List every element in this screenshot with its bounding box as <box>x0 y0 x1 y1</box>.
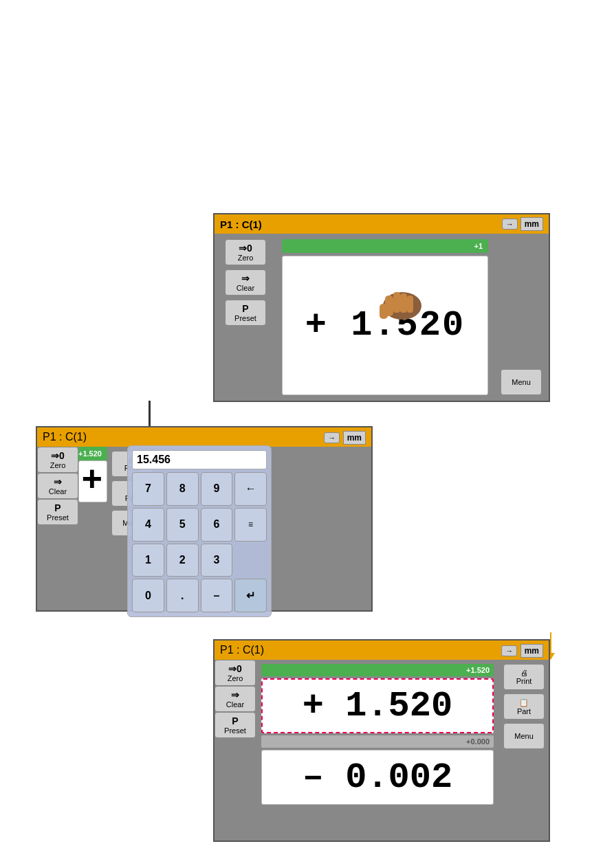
bot-clear-icon: ⇒ <box>231 689 239 700</box>
bot-green-bar-value: +1.520 <box>466 666 490 674</box>
bot-display-top: + 1.520 <box>261 678 494 733</box>
mid-display: + <box>78 460 107 502</box>
np-0[interactable]: 0 <box>132 579 164 612</box>
np-enter[interactable]: ↵ <box>234 579 267 612</box>
svg-rect-4 <box>407 296 413 313</box>
bot-preset-icon: P <box>232 715 238 726</box>
bot-dro-body: ⇒0 Zero ⇒ Clear P Preset +1.520 + 1.520 … <box>215 660 549 841</box>
bot-gray-bar: +0.000 <box>261 735 494 748</box>
np-blank <box>234 544 267 577</box>
bot-dro-left-col: ⇒0 Zero ⇒ Clear P Preset <box>215 660 256 841</box>
bot-dro-title: P1 : C(1) <box>220 644 264 656</box>
top-preset-label: Preset <box>234 314 256 322</box>
bot-zero-btn[interactable]: ⇒0 Zero <box>215 660 256 686</box>
top-green-bar: +1 <box>282 239 488 253</box>
bot-dro-arrow-btn[interactable]: → <box>501 645 517 656</box>
bot-zero-label: Zero <box>228 674 243 682</box>
yellow-arrow-line <box>550 632 551 653</box>
hand-pointer <box>364 275 423 333</box>
bot-dro-right-col: 🖨 Print 📋 Part Menu <box>499 660 549 841</box>
mid-preset-btn[interactable]: P Preset <box>37 499 78 525</box>
bot-menu-btn[interactable]: Menu <box>503 723 545 749</box>
top-clear-btn[interactable]: ⇒ Clear <box>225 269 266 296</box>
top-clear-label: Clear <box>237 284 254 292</box>
np-9[interactable]: 9 <box>201 472 233 506</box>
top-zero-icon: ⇒0 <box>239 243 252 254</box>
np-6[interactable]: 6 <box>201 508 233 542</box>
numpad: 15.456 7 8 9 ← 4 5 6 ≡ 1 2 3 0 . – ↵ <box>127 445 272 617</box>
bot-clear-label: Clear <box>226 700 244 709</box>
bot-print-btn[interactable]: 🖨 Print <box>503 664 545 690</box>
np-3[interactable]: 3 <box>201 544 233 577</box>
bot-print-label: Print <box>516 677 532 685</box>
mid-green-bar: +1.520 <box>78 447 107 460</box>
bot-part-icon: 📋 <box>519 698 529 707</box>
bot-menu-label: Menu <box>514 732 534 740</box>
np-grid[interactable]: ≡ <box>234 508 267 542</box>
mid-dro-left-col: ⇒0 Zero ⇒ Clear P Preset <box>37 447 78 610</box>
svg-rect-3 <box>400 293 407 313</box>
mid-zero-label: Zero <box>50 461 66 469</box>
bot-preset-label: Preset <box>224 726 246 735</box>
np-1[interactable]: 1 <box>132 544 164 577</box>
bot-dro: P1 : C(1) → mm ⇒0 Zero ⇒ Clear P Preset … <box>213 639 550 842</box>
svg-rect-2 <box>393 292 400 313</box>
np-minus[interactable]: – <box>201 579 233 612</box>
np-5[interactable]: 5 <box>166 508 199 542</box>
bot-part-btn[interactable]: 📋 Part <box>503 693 545 720</box>
numpad-display: 15.456 <box>132 450 267 469</box>
mid-dro-unit: mm <box>343 431 366 445</box>
top-menu-label: Menu <box>512 378 531 386</box>
bot-display-bot: – 0.002 <box>261 750 494 805</box>
bot-dro-main: +1.520 + 1.520 +0.000 – 0.002 <box>256 660 499 841</box>
bot-print-icon: 🖨 <box>520 669 528 677</box>
mid-clear-icon: ⇒ <box>54 476 62 487</box>
mid-preset-label: Preset <box>47 513 69 522</box>
top-green-bar-value: +1 <box>474 242 483 250</box>
mid-dro-title: P1 : C(1) <box>43 431 87 443</box>
top-dro-unit: mm <box>520 217 543 231</box>
np-2[interactable]: 2 <box>166 544 199 577</box>
mid-clear-btn[interactable]: ⇒ Clear <box>37 473 78 499</box>
np-8[interactable]: 8 <box>166 472 199 506</box>
mid-zero-icon: ⇒0 <box>51 450 65 461</box>
top-preset-icon: P <box>242 303 248 314</box>
np-dot[interactable]: . <box>166 579 199 612</box>
top-dro-arrow-btn[interactable]: → <box>502 219 518 230</box>
mid-preset-icon: P <box>54 502 61 513</box>
bot-dro-right-btns: → mm <box>501 644 543 656</box>
top-preset-btn[interactable]: P Preset <box>225 300 266 326</box>
mid-dro-main: +1.520 + <box>78 447 107 610</box>
bot-part-label: Part <box>517 707 531 715</box>
mid-clear-label: Clear <box>49 487 67 496</box>
bot-preset-btn[interactable]: P Preset <box>215 712 256 738</box>
top-zero-label: Zero <box>238 254 254 262</box>
mid-dro-titlebar: P1 : C(1) → mm <box>37 427 371 447</box>
mid-green-bar-value: +1.520 <box>78 449 102 458</box>
top-dro-titlebar: P1 : C(1) → mm <box>215 214 549 234</box>
mid-zero-btn[interactable]: ⇒0 Zero <box>37 447 78 473</box>
bot-green-bar: +1.520 <box>261 664 494 676</box>
bot-zero-icon: ⇒0 <box>228 663 242 674</box>
svg-rect-5 <box>380 304 388 319</box>
mid-dro-arrow-btn[interactable]: → <box>324 432 340 443</box>
top-dro-left-col: ⇒0 Zero ⇒ Clear P Preset <box>215 234 276 401</box>
bot-gray-bar-value: +0.000 <box>466 737 490 746</box>
mid-dro-right-btns: → mm <box>324 431 366 443</box>
np-4[interactable]: 4 <box>132 508 164 542</box>
top-dro-right-btns: → mm <box>502 217 543 231</box>
top-zero-btn[interactable]: ⇒0 Zero <box>225 239 266 265</box>
top-dro-title: P1 : C(1) <box>220 219 262 230</box>
top-clear-icon: ⇒ <box>241 273 250 284</box>
bot-dro-unit: mm <box>520 644 543 658</box>
np-7[interactable]: 7 <box>132 472 164 506</box>
top-dro-right-col: Menu <box>494 234 549 401</box>
bot-clear-btn[interactable]: ⇒ Clear <box>215 686 256 712</box>
top-menu-btn[interactable]: Menu <box>501 369 542 395</box>
bot-dro-titlebar: P1 : C(1) → mm <box>215 641 549 660</box>
numpad-grid: 7 8 9 ← 4 5 6 ≡ 1 2 3 0 . – ↵ <box>132 472 267 612</box>
np-backspace[interactable]: ← <box>234 472 267 506</box>
